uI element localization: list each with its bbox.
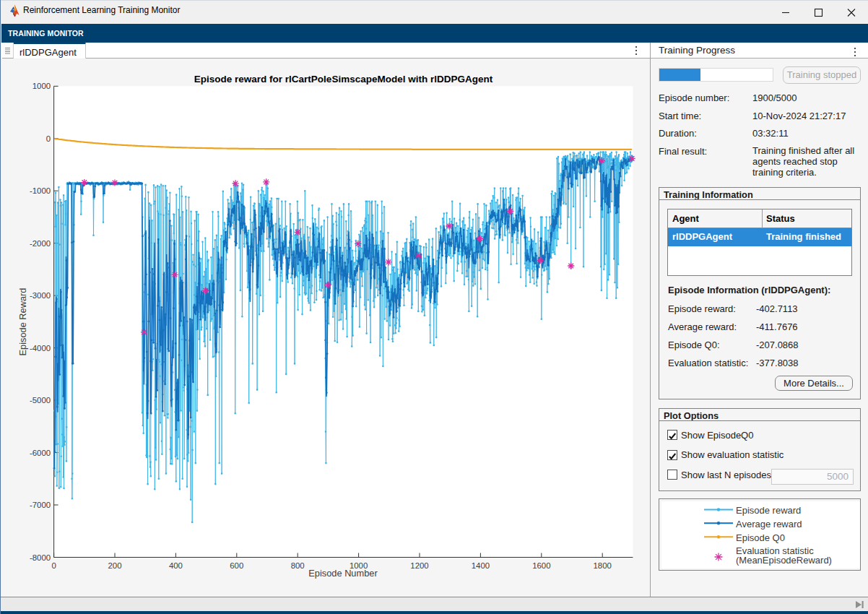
svg-text:-7000: -7000: [30, 501, 51, 509]
svg-text:600: 600: [230, 561, 243, 570]
svg-text:1400: 1400: [472, 561, 490, 570]
svg-text:-5000: -5000: [30, 396, 51, 405]
svg-text:-2000: -2000: [30, 239, 51, 248]
svg-text:-8000: -8000: [30, 553, 51, 562]
svg-text:Episode Number: Episode Number: [308, 568, 378, 579]
svg-text:0: 0: [46, 134, 51, 143]
svg-text:800: 800: [291, 561, 305, 570]
svg-text:1000: 1000: [32, 82, 51, 90]
svg-text:400: 400: [169, 561, 183, 570]
svg-text:-4000: -4000: [30, 344, 51, 353]
svg-text:1200: 1200: [410, 561, 428, 570]
svg-text:1600: 1600: [532, 561, 550, 570]
svg-text:-6000: -6000: [30, 449, 51, 457]
svg-text:Episode Reward: Episode Reward: [17, 288, 28, 356]
svg-text:1800: 1800: [594, 561, 612, 570]
svg-text:0: 0: [51, 561, 56, 570]
svg-text:Episode reward for rlCartPoleS: Episode reward for rlCartPoleSimscapeMod…: [194, 74, 493, 85]
svg-text:-1000: -1000: [30, 186, 51, 195]
svg-text:-3000: -3000: [30, 291, 51, 300]
svg-text:200: 200: [108, 561, 121, 570]
